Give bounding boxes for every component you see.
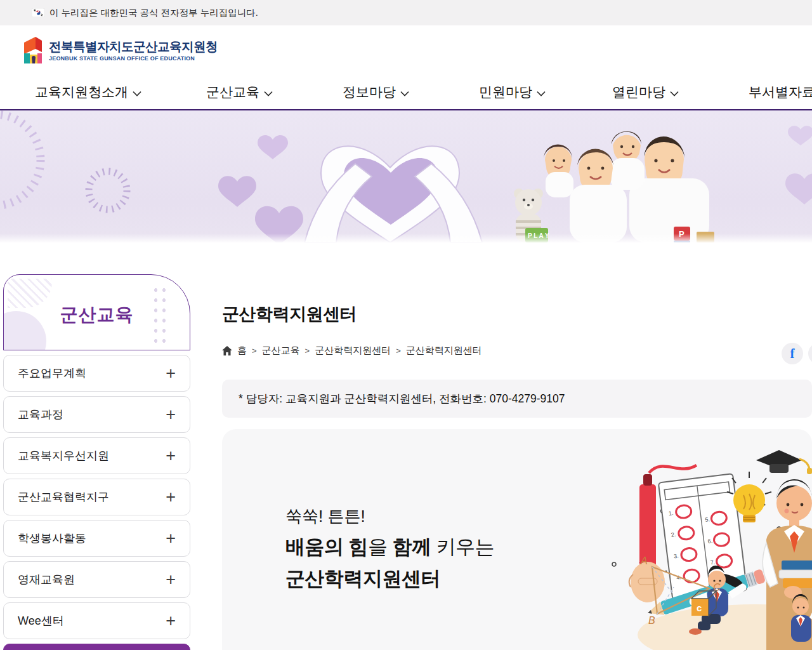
svg-text:3.: 3.: [674, 553, 679, 560]
site-header: 전북특별자치도군산교육지원청 JEONBUK STATE GUNSAN OFFI…: [0, 25, 812, 75]
banner-line2: 배움의 힘을 함께 키우는: [285, 534, 494, 560]
svg-text:c: c: [697, 602, 702, 613]
nav-item-label: 민원마당: [479, 83, 532, 101]
plus-icon: +: [166, 448, 176, 465]
plus-icon: +: [166, 530, 176, 547]
hero-banner: P L A Y P: [0, 110, 812, 242]
svg-text:B: B: [648, 615, 655, 626]
chevron-down-icon: [264, 91, 273, 96]
banner-line2-bold-a: 배움의 힘: [285, 536, 368, 558]
nav-item-gunsan-edu[interactable]: 군산교육: [206, 75, 273, 109]
sidebar-item-wee-center[interactable]: Wee센터 +: [3, 602, 190, 639]
nav-item-label: 군산교육: [206, 83, 259, 101]
nav-item-label: 부서별자료실: [749, 83, 812, 101]
page-title: 군산학력지원센터: [222, 303, 357, 326]
plus-icon: +: [166, 489, 176, 506]
banner-line2-normal-b: 키우는: [431, 536, 495, 558]
banner-line3: 군산학력지원센터: [285, 566, 440, 592]
family-photo: P L A Y P: [488, 120, 723, 242]
nav-item-civil[interactable]: 민원마당: [479, 75, 546, 109]
nav-item-label: 정보마당: [343, 83, 396, 101]
facebook-icon: f: [790, 346, 795, 362]
nav-item-open[interactable]: 열린마당: [612, 75, 679, 109]
sidebar-item-cooperation[interactable]: 군산교육협력지구 +: [3, 479, 190, 515]
chevron-down-icon: [400, 91, 409, 96]
breadcrumb-separator: >: [396, 346, 401, 355]
chevron-down-icon: [670, 91, 679, 96]
nav-item-about[interactable]: 교육지원청소개: [35, 75, 141, 109]
chevron-down-icon: [537, 91, 546, 96]
banner-line2-normal-a: 을: [368, 536, 393, 558]
banner-line1: 쑥쑥! 튼튼!: [285, 505, 365, 527]
facebook-share-button[interactable]: f: [782, 343, 803, 364]
sidebar-title-box: 군산교육: [3, 274, 190, 350]
sidebar-item-volunteer[interactable]: 학생봉사활동 +: [3, 520, 190, 557]
banner-line2-bold-b: 함께: [393, 536, 431, 558]
korea-flag-icon: [32, 8, 44, 17]
gov-banner-text: 이 누리집은 대한민국 공식 전자정부 누리집입니다.: [49, 7, 258, 19]
plus-icon: +: [166, 571, 176, 588]
site-logo[interactable]: 전북특별자치도군산교육지원청 JEONBUK STATE GUNSAN OFFI…: [23, 35, 218, 67]
svg-text:6.: 6.: [707, 538, 713, 545]
sidebar: 군산교육 주요업무계획 + 교육과정 + 교육복지우선지원 + 군산교육협력지구…: [3, 274, 190, 650]
nav-item-label: 교육지원청소개: [35, 83, 128, 101]
breadcrumb-home[interactable]: 홈: [237, 345, 247, 357]
logo-title: 전북특별자치도군산교육지원청: [49, 40, 218, 53]
sidebar-item-gifted[interactable]: 영재교육원 +: [3, 561, 190, 598]
gov-banner: 이 누리집은 대한민국 공식 전자정부 누리집입니다.: [0, 0, 812, 25]
plus-icon: +: [166, 613, 176, 630]
breadcrumb: 홈 > 군산교육 > 군산학력지원센터 > 군산학력지원센터: [222, 345, 482, 357]
breadcrumb-level3[interactable]: 군산학력지원센터: [406, 345, 482, 357]
sidebar-item-work-plan[interactable]: 주요업무계획 +: [3, 355, 190, 392]
breadcrumb-level1[interactable]: 군산교육: [262, 345, 300, 357]
page: 이 누리집은 대한민국 공식 전자정부 누리집입니다. 전북특별자치도군산교육지…: [0, 0, 812, 650]
nav-item-label: 열린마당: [612, 83, 665, 101]
nav-item-dept-data[interactable]: 부서별자료실: [749, 75, 812, 109]
logo-icon: [23, 35, 43, 67]
education-illustration: 1.2.3.4. 5.6.7.: [603, 429, 812, 650]
sidebar-item-active[interactable]: [3, 644, 190, 650]
promo-banner: 쑥쑥! 튼튼! 배움의 힘을 함께 키우는 군산학력지원센터: [222, 429, 812, 650]
contact-note-text: * 담당자: 교육지원과 군산학력지원센터, 전화번호: 070-4279-91…: [239, 391, 565, 406]
plus-icon: +: [166, 365, 176, 382]
svg-text:A: A: [640, 555, 648, 566]
share-button-partial[interactable]: [808, 343, 812, 364]
svg-text:5.: 5.: [705, 516, 710, 523]
contact-note: * 담당자: 교육지원과 군산학력지원센터, 전화번호: 070-4279-91…: [222, 380, 812, 418]
chevron-down-icon: [133, 91, 141, 96]
sidebar-title: 군산교육: [4, 303, 190, 327]
breadcrumb-separator: >: [252, 346, 257, 355]
logo-subtitle: JEONBUK STATE GUNSAN OFFICE OF EDUCATION: [49, 55, 218, 62]
svg-text:7.: 7.: [710, 559, 716, 566]
breadcrumb-separator: >: [305, 346, 310, 355]
main-nav: 교육지원청소개 군산교육 정보마당 민원마당 열린마당 부서별자료실: [0, 75, 812, 110]
nav-item-info[interactable]: 정보마당: [343, 75, 409, 109]
hero-fade: [0, 234, 812, 242]
breadcrumb-level2[interactable]: 군산학력지원센터: [315, 345, 391, 357]
plus-icon: +: [166, 406, 176, 423]
sidebar-item-curriculum[interactable]: 교육과정 +: [3, 396, 190, 433]
svg-text:1.: 1.: [668, 510, 674, 517]
home-icon[interactable]: [222, 346, 232, 355]
sidebar-item-welfare[interactable]: 교육복지우선지원 +: [3, 437, 190, 474]
heart-hands-illustration: [279, 118, 508, 242]
svg-text:2.: 2.: [671, 531, 676, 538]
